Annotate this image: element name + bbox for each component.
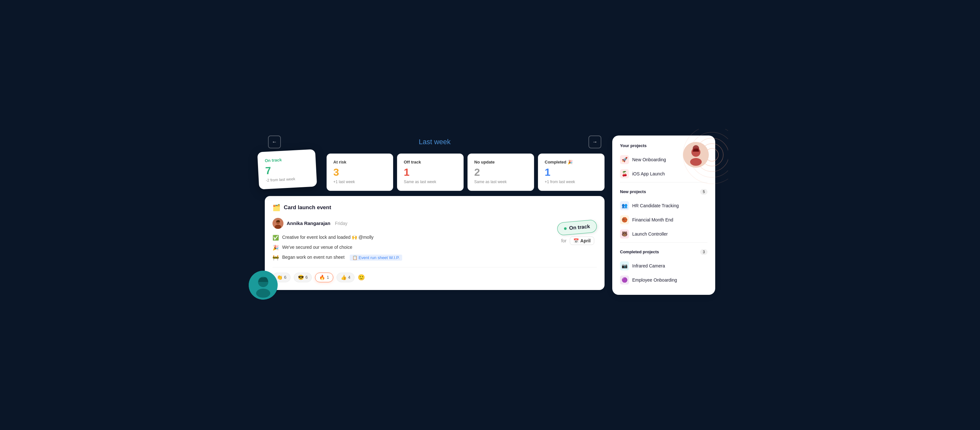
infrared-icon: 📷 [620,261,629,270]
financial-name: Financial Month End [632,217,673,222]
update-item-1: ✅ Creative for event lock and loaded 🙌 @… [272,235,551,241]
thumbs-emoji: 👍 [341,274,347,280]
clap-emoji: 👏 [277,274,283,280]
update-item-2: 🎉 We've secured our venue of choice [272,245,551,251]
party-icon: 🎉 [272,245,279,251]
cool-count: 6 [305,275,307,280]
fire-count: 1 [326,275,329,280]
off-track-label: Off track [404,160,457,164]
item-text-2: We've secured our venue of choice [282,245,352,250]
at-risk-label: At risk [333,160,387,164]
new-onboarding-icon: 🚀 [620,155,629,164]
sidebar-avatar [683,142,709,168]
completed-projects-list: 📷 Infrared Camera 🟣 Employee Onboarding [620,259,708,287]
project-financial[interactable]: 🏀 Financial Month End [620,213,708,227]
cool-emoji: 😎 [298,274,304,280]
for-label: for [561,238,566,243]
bottom-avatar [249,271,278,299]
status-badge: On track [557,219,597,236]
no-update-number: 2 [474,166,527,178]
update-item-3: 🚧 Began work on event run sheet 📋 Event … [272,255,551,261]
on-track-label: On track [265,156,309,163]
status-text: On track [569,223,590,231]
back-button[interactable]: ← [268,135,281,148]
avatar [272,218,283,229]
new-projects-header: New projects 5 [620,189,708,195]
status-cards-row: On track 7 -2 from last week At risk 3 +… [265,153,605,191]
update-card-header: 🗂️ Card launch event [272,204,597,212]
main-container: ← Last week → On track 7 -2 from last we… [265,135,715,295]
employee-onboarding-name: Employee Onboarding [632,277,677,283]
project-ios-launch[interactable]: 🍒 iOS App Launch [620,167,708,181]
no-update-card[interactable]: No update 2 Same as last week [468,153,534,191]
reaction-fire[interactable]: 🔥 1 [315,272,333,282]
check-icon: ✅ [272,235,279,241]
launch-controller-icon: 🐻 [620,229,629,239]
user-name: Annika Rangarajan [287,220,331,226]
at-risk-sub: +1 last week [333,180,387,184]
svg-point-13 [690,158,702,166]
status-dot [564,227,567,230]
project-employee-onboarding[interactable]: 🟣 Employee Onboarding [620,273,708,287]
right-sidebar: Your projects 🚀 New Onboarding 🍒 iOS App… [612,135,715,295]
month-badge: 📅 April [570,237,594,245]
launch-controller-name: Launch Controller [632,231,668,237]
completed-sub: +1 from last week [545,180,598,184]
item-text-3: Began work on event run sheet [282,255,345,260]
project-hr-tracking[interactable]: 👥 HR Candidate Tracking [620,199,708,213]
update-card: 🗂️ Card launch event [265,196,605,290]
fire-emoji: 🔥 [319,274,325,280]
clap-count: 6 [284,275,286,280]
construct-icon: 🚧 [272,255,279,261]
on-track-card[interactable]: On track 7 -2 from last week [258,149,317,189]
add-reaction-button[interactable]: 🙂 [358,274,365,281]
new-projects-list: 👥 HR Candidate Tracking 🏀 Financial Mont… [620,199,708,241]
project-infrared[interactable]: 📷 Infrared Camera [620,259,708,273]
item-text-1: Creative for event lock and loaded 🙌 @mo… [282,235,374,240]
on-track-number: 7 [265,162,310,177]
completed-projects-header: Completed projects 3 [620,249,708,255]
update-items: ✅ Creative for event lock and loaded 🙌 @… [272,235,551,261]
svg-point-5 [256,289,270,298]
reactions-bar: 👏 6 😎 6 🔥 1 👍 4 🙂 [272,267,597,282]
new-onboarding-name: New Onboarding [632,157,666,162]
thumbs-count: 4 [348,275,350,280]
infrared-name: Infrared Camera [632,263,665,268]
forward-button[interactable]: → [589,135,601,148]
left-section: ← Last week → On track 7 -2 from last we… [265,135,605,290]
completed-projects-count: 3 [700,249,708,255]
ios-launch-icon: 🍒 [620,169,629,178]
page-title: Last week [418,138,450,146]
calendar-icon: 📅 [573,238,579,243]
nav-header: ← Last week → [265,135,605,148]
update-content: Annika Rangarajan Friday ✅ Creative for … [272,218,597,261]
completed-card[interactable]: Completed 🎉 1 +1 from last week [538,153,605,191]
card-icon: 🗂️ [272,204,280,212]
divider-2 [620,242,708,243]
project-launch-controller[interactable]: 🐻 Launch Controller [620,227,708,241]
financial-icon: 🏀 [620,215,629,225]
on-track-sub: -2 from last week [266,176,310,183]
completed-number: 1 [545,166,598,178]
off-track-sub: Same as last week [404,180,457,184]
divider-1 [620,182,708,183]
off-track-number: 1 [404,166,457,178]
month-text: April [581,238,591,243]
completed-projects-title: Completed projects [620,250,659,254]
at-risk-number: 3 [333,166,387,178]
new-projects-title: New projects [620,189,646,194]
hr-tracking-name: HR Candidate Tracking [632,203,679,208]
at-risk-card[interactable]: At risk 3 +1 last week [326,153,393,191]
ios-launch-name: iOS App Launch [632,171,665,177]
card-title: Card launch event [284,204,331,211]
update-left: Annika Rangarajan Friday ✅ Creative for … [272,218,551,261]
hr-tracking-icon: 👥 [620,201,629,210]
reaction-thumbs[interactable]: 👍 4 [337,272,355,282]
no-update-sub: Same as last week [474,180,527,184]
user-row: Annika Rangarajan Friday [272,218,551,229]
reaction-cool[interactable]: 😎 6 [294,272,312,282]
off-track-card[interactable]: Off track 1 Same as last week [397,153,464,191]
new-projects-count: 5 [700,189,708,195]
run-sheet-link[interactable]: 📋 Event run sheet W.I.P. [350,255,402,261]
completed-label: Completed 🎉 [545,160,598,164]
